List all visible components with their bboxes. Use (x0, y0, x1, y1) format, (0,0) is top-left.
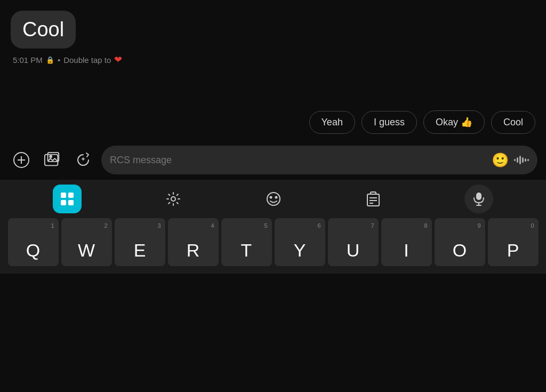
ai-button[interactable] (70, 147, 96, 173)
key-letter: Y (294, 240, 306, 261)
key-letter: P (507, 240, 519, 261)
svg-rect-10 (525, 158, 526, 162)
key-number: 4 (211, 222, 214, 229)
smart-reply-cool[interactable]: Cool (491, 111, 535, 134)
add-button[interactable] (9, 147, 34, 173)
svg-rect-7 (517, 157, 518, 163)
key-number: 0 (531, 222, 534, 229)
message-time: 5:01 PM (13, 55, 43, 65)
input-right-icons: 🙂 (492, 152, 529, 169)
svg-point-17 (267, 193, 280, 205)
key-number: 7 (371, 222, 374, 229)
key-letter: U (347, 240, 360, 261)
key-e[interactable]: 3 E (115, 218, 165, 266)
chat-area: Cool 5:01 PM 🔒 • Double tap to ❤ (0, 0, 546, 104)
svg-point-16 (171, 197, 175, 201)
key-p[interactable]: 0 P (488, 218, 539, 266)
key-letter: O (453, 240, 467, 261)
message-input[interactable] (110, 155, 492, 166)
clipboard-icon (366, 191, 381, 207)
settings-button[interactable] (165, 191, 181, 207)
keyboard-area: 1 Q 2 W 3 E 4 R 5 T 6 Y 7 U 8 I 9 O 0 P (0, 218, 546, 274)
svg-point-19 (275, 197, 277, 198)
message-bubble: Cool (11, 11, 76, 49)
image-picker-button[interactable] (39, 147, 65, 173)
microphone-icon (473, 192, 485, 206)
lock-icon: 🔒 (46, 56, 54, 64)
refresh-sparkle-icon (75, 151, 92, 169)
smart-replies-row: Yeah I guess Okay 👍 Cool (0, 104, 546, 140)
key-u[interactable]: 7 U (328, 218, 379, 266)
smiley-icon (266, 191, 282, 207)
message-input-container: 🙂 (101, 146, 537, 174)
smart-reply-iguess[interactable]: I guess (362, 111, 417, 134)
double-tap-label: Double tap to (63, 55, 111, 65)
plus-icon (13, 151, 30, 169)
key-number: 2 (104, 222, 107, 229)
key-number: 5 (264, 222, 267, 229)
key-letter: Q (26, 240, 40, 261)
key-number: 6 (317, 222, 320, 229)
svg-point-18 (270, 197, 271, 198)
keyboard-toolbar (0, 180, 546, 218)
key-t[interactable]: 5 T (221, 218, 272, 266)
keyboard-row-1: 1 Q 2 W 3 E 4 R 5 T 6 Y 7 U 8 I 9 O 0 P (2, 218, 544, 266)
svg-rect-8 (519, 156, 521, 164)
key-o[interactable]: 9 O (435, 218, 485, 266)
key-r[interactable]: 4 R (168, 218, 219, 266)
clipboard-button[interactable] (366, 191, 381, 207)
emoji-keyboard-button[interactable] (266, 191, 282, 207)
key-letter: W (78, 240, 95, 261)
svg-rect-14 (61, 200, 66, 205)
svg-rect-11 (527, 159, 529, 161)
svg-rect-24 (476, 193, 481, 200)
svg-rect-6 (514, 159, 516, 161)
key-letter: E (134, 240, 146, 261)
input-row: 🙂 (0, 140, 546, 180)
key-number: 3 (157, 222, 160, 229)
apps-grid-button[interactable] (53, 185, 82, 213)
emoji-icon[interactable]: 🙂 (492, 152, 509, 169)
mic-button[interactable] (464, 185, 493, 213)
smart-reply-yeah[interactable]: Yeah (309, 111, 355, 134)
image-icon (44, 151, 61, 169)
mic-circle (464, 185, 493, 213)
svg-rect-9 (522, 157, 524, 163)
svg-rect-15 (68, 200, 74, 205)
heart-icon: ❤ (114, 54, 122, 66)
key-letter: I (404, 240, 408, 261)
key-letter: T (241, 240, 252, 261)
message-meta: 5:01 PM 🔒 • Double tap to ❤ (13, 54, 535, 66)
svg-point-5 (50, 156, 52, 158)
svg-rect-12 (61, 193, 66, 198)
key-w[interactable]: 2 W (61, 218, 112, 266)
gear-icon (165, 191, 181, 207)
svg-rect-13 (68, 193, 74, 198)
audio-wave-icon[interactable] (514, 154, 529, 166)
key-number: 9 (477, 222, 480, 229)
key-q[interactable]: 1 Q (8, 218, 59, 266)
key-y[interactable]: 6 Y (275, 218, 325, 266)
key-number: 1 (51, 222, 54, 229)
meta-dot: • (58, 55, 60, 65)
key-number: 8 (424, 222, 427, 229)
key-letter: R (187, 240, 200, 261)
smart-reply-okay[interactable]: Okay 👍 (423, 110, 485, 134)
grid-icon (60, 192, 74, 206)
message-text: Cool (22, 18, 64, 41)
key-i[interactable]: 8 I (381, 218, 432, 266)
